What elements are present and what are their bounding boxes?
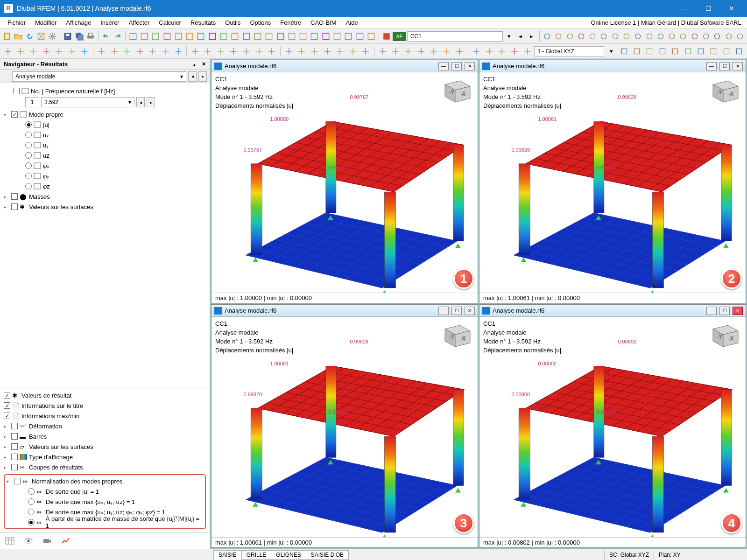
tb-misc1-17-icon[interactable] xyxy=(321,30,331,42)
freq-check[interactable] xyxy=(13,88,20,94)
tb-print-icon[interactable] xyxy=(85,30,96,42)
tb-misc2-2-icon[interactable] xyxy=(564,30,575,42)
tb-misc2-12-icon[interactable] xyxy=(678,30,688,42)
tb-gear-icon[interactable] xyxy=(47,30,57,42)
tb-misc2-14-icon[interactable] xyxy=(701,30,711,42)
tb2-8-icon[interactable] xyxy=(108,45,120,57)
valres-check[interactable] xyxy=(4,392,10,399)
tb2b-1-icon[interactable] xyxy=(631,45,642,57)
tb-red-square-icon[interactable] xyxy=(381,30,392,42)
modepropre-expander[interactable]: ▾ xyxy=(4,112,9,117)
tb-misc1-2-icon[interactable] xyxy=(150,30,161,42)
viewport-3[interactable]: Analyse modale.rf6 — ☐ ✕ CC1Analyse moda… xyxy=(211,304,478,548)
masses-expander[interactable]: ▸ xyxy=(4,194,9,199)
viewport-4-maximize-button[interactable]: ☐ xyxy=(719,307,730,315)
tb-misc2-5-icon[interactable] xyxy=(599,30,609,42)
mode-u-radio[interactable] xyxy=(25,121,32,128)
tb-misc1-15-icon[interactable] xyxy=(298,30,308,42)
tb-misc2-0-icon[interactable] xyxy=(542,30,552,42)
tb-misc2-9-icon[interactable] xyxy=(644,30,654,42)
infotitre-check[interactable] xyxy=(4,402,10,409)
tb-dropdown-icon[interactable]: ▾ xyxy=(504,30,514,42)
tb2-33-icon[interactable] xyxy=(441,45,452,57)
barres-check[interactable] xyxy=(11,433,18,440)
mode-phy-radio[interactable] xyxy=(25,173,32,179)
norm2-radio[interactable] xyxy=(28,498,35,505)
ae-badge[interactable]: AE xyxy=(393,32,406,41)
mode-uy-radio[interactable] xyxy=(25,142,32,148)
nav-close-icon[interactable]: ✕ xyxy=(199,60,208,69)
tb2-37-icon[interactable] xyxy=(496,45,507,57)
deform-check[interactable] xyxy=(11,423,18,429)
menu-fenetre[interactable]: Fenêtre xyxy=(275,18,306,28)
tb-misc1-21-icon[interactable] xyxy=(366,30,376,42)
menu-resultats[interactable]: Résultats xyxy=(186,18,220,28)
tb-misc2-10-icon[interactable] xyxy=(655,30,666,42)
viewport-3-maximize-button[interactable]: ☐ xyxy=(451,307,462,315)
analysis-type-select[interactable]: Analyse modale▾ xyxy=(12,71,186,82)
tb-misc1-19-icon[interactable] xyxy=(343,30,353,42)
viewport-4-titlebar[interactable]: Analyse modale.rf6 — ☐ ✕ xyxy=(479,305,746,317)
tb-misc1-9-icon[interactable] xyxy=(230,30,240,42)
freq-prev-button[interactable]: ◂ xyxy=(136,97,145,107)
tb-misc1-5-icon[interactable] xyxy=(184,30,195,42)
viewport-4-close-button[interactable]: ✕ xyxy=(733,307,743,315)
status-tab-saisieob[interactable]: SAISIE D'OB xyxy=(306,550,349,560)
tb-misc1-3-icon[interactable] xyxy=(162,30,172,42)
tb2-2-icon[interactable] xyxy=(28,45,39,57)
status-tab-saisie[interactable]: SAISIE xyxy=(213,550,242,560)
viewport-4[interactable]: Analyse modale.rf6 — ☐ ✕ CC1Analyse moda… xyxy=(479,304,746,548)
tb2-30-icon[interactable] xyxy=(402,45,414,57)
load-case-field[interactable] xyxy=(407,31,503,42)
viewport-3-minimize-button[interactable]: — xyxy=(438,307,449,315)
menu-aide[interactable]: Aide xyxy=(341,18,363,28)
tb2-23-icon[interactable] xyxy=(309,45,320,57)
viewport-1-canvas[interactable]: CC1Analyse modaleMode n° 1 - 3.592 HzDép… xyxy=(211,72,478,293)
surfval-check[interactable] xyxy=(11,203,18,210)
menu-affecter[interactable]: Affecter xyxy=(124,18,155,28)
tb-misc1-13-icon[interactable] xyxy=(275,30,285,42)
tb2b-7-icon[interactable] xyxy=(708,45,719,57)
window-maximize-button[interactable]: ☐ xyxy=(697,0,720,17)
tb-misc1-6-icon[interactable] xyxy=(196,30,206,42)
viewport-2-maximize-button[interactable]: ☐ xyxy=(719,62,730,70)
tb-misc2-15-icon[interactable] xyxy=(712,30,722,42)
tb2-0-icon[interactable] xyxy=(2,45,14,57)
tb2-20-icon[interactable] xyxy=(266,45,278,57)
nav-footer-camera-icon[interactable] xyxy=(41,535,53,547)
tb-model-icon[interactable] xyxy=(36,30,46,42)
tb-misc2-7-icon[interactable] xyxy=(621,30,632,42)
menu-options[interactable]: Options xyxy=(245,18,275,28)
tb-saveall-icon[interactable] xyxy=(74,30,85,42)
tb2-32-icon[interactable] xyxy=(428,45,439,57)
freq-no-input[interactable] xyxy=(25,97,39,107)
menu-cao-bim[interactable]: CAO-BIM xyxy=(306,18,341,28)
tb-misc2-3-icon[interactable] xyxy=(576,30,586,42)
viewport-2-close-button[interactable]: ✕ xyxy=(733,62,743,70)
menu-affichage[interactable]: Affichage xyxy=(61,18,96,28)
tb2-16-icon[interactable] xyxy=(215,45,226,57)
tb-misc1-14-icon[interactable] xyxy=(287,30,297,42)
tb2-13-icon[interactable] xyxy=(172,45,184,57)
tb2-5-icon[interactable] xyxy=(66,45,78,57)
tb-open-icon[interactable] xyxy=(13,30,23,42)
surfval-expander[interactable]: ▸ xyxy=(4,204,9,210)
tb2-4-icon[interactable] xyxy=(53,45,65,57)
tb-misc1-4-icon[interactable] xyxy=(173,30,183,42)
tb2-22-icon[interactable] xyxy=(296,45,308,57)
coupes-expander[interactable]: ▸ xyxy=(4,465,9,470)
norm3-radio[interactable] xyxy=(28,509,35,515)
tb-undo-icon[interactable] xyxy=(101,30,111,42)
nav-next-button[interactable]: ▸ xyxy=(198,71,207,82)
tb2b-3-icon[interactable] xyxy=(656,45,668,57)
window-close-button[interactable]: ✕ xyxy=(720,0,743,17)
tb2-27-icon[interactable] xyxy=(359,45,371,57)
tb-refresh-icon[interactable] xyxy=(25,30,35,42)
tb-misc1-16-icon[interactable] xyxy=(309,30,319,42)
mode-phz-radio[interactable] xyxy=(25,183,32,189)
tb2b-5-icon[interactable] xyxy=(682,45,694,57)
tb-misc2-6-icon[interactable] xyxy=(610,30,620,42)
tb2-19-icon[interactable] xyxy=(253,45,265,57)
tb2-31-icon[interactable] xyxy=(415,45,427,57)
tb-misc2-1-icon[interactable] xyxy=(553,30,564,42)
